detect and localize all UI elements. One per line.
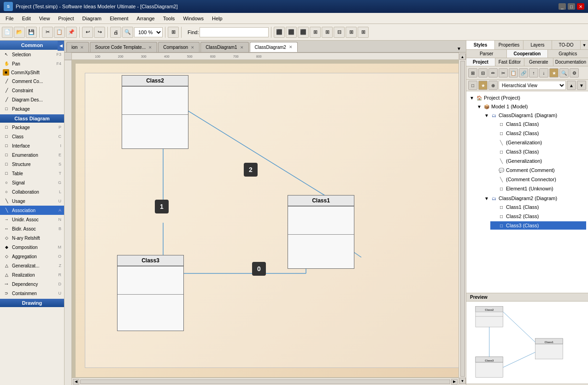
tree-node-cd1-gen2[interactable]: ╲ (Generalization) [490, 156, 586, 166]
rt-btn1[interactable]: ⊞ [468, 68, 477, 77]
tab-documentation[interactable]: Documentation [553, 58, 588, 66]
interface-tool[interactable]: □ Interface I [0, 141, 64, 150]
usage-tool[interactable]: ╲ Usage U [0, 196, 64, 206]
tab-cd2-close[interactable]: ✕ [289, 45, 293, 49]
tree-toggle-project[interactable]: ▼ [469, 95, 475, 101]
tab-graphics[interactable]: Graphics [548, 50, 588, 58]
tab-ion[interactable]: ion ✕ [66, 42, 89, 52]
selection-tool[interactable]: ↖ Selection F3 [0, 50, 64, 59]
redo-btn[interactable]: ↪ [94, 27, 105, 38]
tab-layers[interactable]: Layers [523, 41, 552, 49]
close-btn[interactable]: ✕ [577, 3, 584, 10]
tree-node-cd2-c1[interactable]: □ Class1 (Class) [490, 202, 586, 212]
enumeration-tool[interactable]: □ Enumeration E [0, 150, 64, 160]
tree-row-cd1-elem1[interactable]: □ Element1 (Unknown) [490, 184, 586, 193]
nary-rel-tool[interactable]: ◇ N-ary Relshift [0, 233, 64, 243]
tree-node-cd1-elem1[interactable]: □ Element1 (Unknown) [490, 184, 586, 193]
class2-box[interactable]: Class2 [122, 75, 188, 149]
menu-diagram[interactable]: Diagram [79, 15, 106, 22]
tree-toggle-cd1[interactable]: ▼ [484, 113, 489, 118]
tree-row-cd1-gen1[interactable]: ╲ (Generalization) [490, 138, 586, 147]
menu-view[interactable]: View [35, 15, 54, 22]
class1-box[interactable]: Class1 [288, 195, 354, 269]
rt-btn14[interactable]: ⊕ [488, 81, 498, 90]
tree-node-cd2-c2[interactable]: □ Class2 (Class) [490, 212, 586, 221]
pan-tool[interactable]: ✋ Pan F4 [0, 59, 64, 68]
copy-btn[interactable]: 📋 [54, 27, 65, 38]
class-tool[interactable]: □ Class C [0, 132, 64, 141]
menu-project[interactable]: Project [54, 15, 77, 22]
tb-icon6[interactable]: ⊟ [334, 27, 345, 38]
containment-tool[interactable]: ⊃ Containmen U [0, 289, 64, 298]
collapse-left-btn[interactable]: ◀ [58, 41, 64, 51]
tree-row-cd1-c2[interactable]: □ Class2 (Class) [490, 129, 586, 137]
rt-btn4[interactable]: ✂ [499, 68, 508, 77]
tab-classdiagram2[interactable]: ClassDiagram2 ✕ [250, 42, 298, 52]
tb-icon1[interactable]: ⬛ [274, 27, 285, 38]
tab-properties[interactable]: Properties [495, 41, 523, 49]
tree-row-cd2-c1[interactable]: □ Class1 (Class) [490, 203, 586, 211]
tab-ion-close[interactable]: ✕ [80, 45, 84, 50]
scroll-right-btn[interactable]: ▶ [451, 379, 458, 385]
rt-btn6[interactable]: 🔗 [519, 68, 528, 77]
rt-btn13[interactable]: ★ [478, 81, 488, 90]
table-tool[interactable]: □ Table T [0, 169, 64, 178]
aggregation-tool[interactable]: ◇ Aggregation O [0, 252, 64, 261]
canvas-area[interactable]: Class2 Class1 [72, 60, 459, 378]
tree-row-model1[interactable]: ▼ 📦 Model 1 (Model) [476, 102, 586, 111]
rt-btn5[interactable]: 📋 [509, 68, 518, 77]
menu-element[interactable]: Element [106, 15, 132, 22]
tree-node-cd1-c2[interactable]: □ Class2 (Class) [490, 129, 586, 138]
rt-scroll-dn[interactable]: ▼ [577, 81, 586, 90]
paste-btn[interactable]: 📌 [66, 27, 77, 38]
generalization-tool[interactable]: △ Generalizat... Z [0, 261, 64, 270]
package-tool[interactable]: □ Package P [0, 123, 64, 132]
open-btn[interactable]: 📂 [14, 27, 25, 38]
rt-btn11[interactable]: ⚙ [570, 68, 579, 77]
realization-tool[interactable]: △ Realization R [0, 270, 64, 279]
grid-btn[interactable]: ⊞ [168, 27, 179, 38]
tab-comparison-close[interactable]: ✕ [191, 45, 194, 50]
tree-row-cd1-conn[interactable]: ╲ (Comment Connector) [490, 175, 586, 184]
tab-cd1-close[interactable]: ✕ [240, 45, 244, 50]
tab-classdiagram1[interactable]: ClassDiagram1 ✕ [200, 42, 248, 52]
badge-2[interactable]: 2 [244, 163, 258, 177]
unidir-assoc-tool[interactable]: → Unidir. Assoc N [0, 215, 64, 224]
scroll-down-btn[interactable]: ▼ [459, 378, 466, 384]
new-btn[interactable]: 📄 [2, 27, 13, 38]
tb-icon2[interactable]: ⬛ [286, 27, 297, 38]
diagram-desc-tool[interactable]: ╱ Diagram Des... [0, 95, 64, 104]
tab-source-close[interactable]: ✕ [148, 45, 152, 50]
tree-node-cd1-comment[interactable]: 💬 Comment (Comment) [490, 166, 586, 175]
tab-styles[interactable]: Styles [466, 41, 495, 49]
maximize-btn[interactable]: □ [568, 3, 575, 10]
association-tool[interactable]: ╲ Association A [0, 206, 64, 215]
tree-toggle-model1[interactable]: ▼ [476, 104, 482, 109]
vertical-scrollbar[interactable]: ▲ ▼ [459, 53, 466, 385]
bidir-assoc-tool[interactable]: ↔ Bidir. Assoc B [0, 224, 64, 233]
rt-btn9[interactable]: ★ [549, 68, 559, 77]
tree-row-cd1-comment[interactable]: 💬 Comment (Comment) [490, 166, 586, 174]
tab-generate[interactable]: Generate [524, 58, 553, 66]
class3-box[interactable]: Class3 [117, 255, 184, 331]
structure-tool[interactable]: □ Structure S [0, 160, 64, 169]
rt-btn8[interactable]: ↓ [539, 68, 548, 77]
menu-tools[interactable]: Tools [159, 15, 179, 22]
tb-icon3[interactable]: ⬛ [298, 27, 309, 38]
cut-btn[interactable]: ✂ [42, 27, 53, 38]
dependency-tool[interactable]: ⤍ Dependency D [0, 279, 64, 289]
tree-node-cd1-c3[interactable]: □ Class3 (Class) [490, 147, 586, 156]
tree-node-cd1-conn[interactable]: ╲ (Comment Connector) [490, 175, 586, 184]
badge-0[interactable]: 0 [252, 262, 266, 276]
tb-icon8[interactable]: ⊞ [358, 27, 369, 38]
tb-icon4[interactable]: ⊞ [310, 27, 321, 38]
undo-btn[interactable]: ↩ [82, 27, 93, 38]
package-common-tool[interactable]: □ Package [0, 104, 64, 113]
rt-btn7[interactable]: ↑ [529, 68, 538, 77]
tree-node-cd1-gen1[interactable]: ╲ (Generalization) [490, 138, 586, 147]
tab-source-code[interactable]: Source Code Template... ✕ [90, 42, 157, 52]
tree-row-cd1-gen2[interactable]: ╲ (Generalization) [490, 157, 586, 165]
tab-project[interactable]: Project [466, 58, 495, 66]
menu-edit[interactable]: Edit [18, 15, 35, 22]
tree-node-cd2-c3[interactable]: □ Class3 (Class) [490, 221, 586, 230]
